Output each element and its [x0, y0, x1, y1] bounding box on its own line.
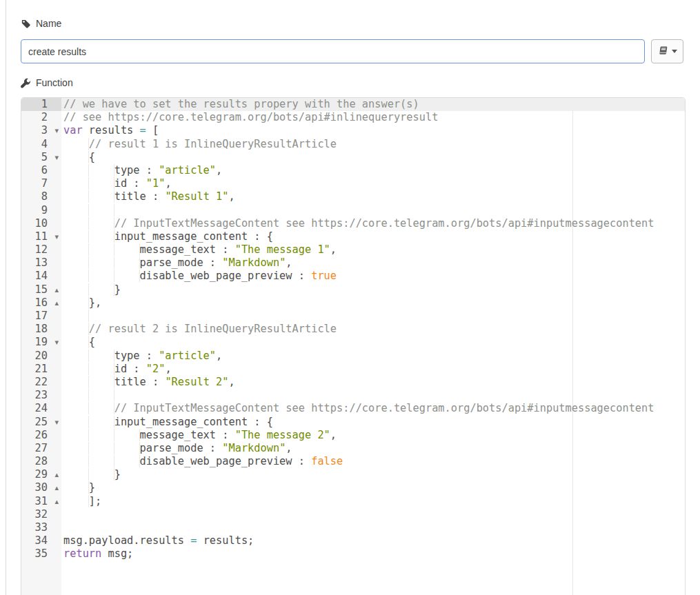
code-token: , [228, 190, 234, 203]
gutter-cell: 35 [21, 547, 61, 561]
fold-widget-open-icon[interactable]: ▾ [54, 151, 59, 164]
code-token: "2" [146, 363, 166, 375]
fold-widget-end-icon[interactable]: ▴ [54, 283, 59, 296]
indent-guides [63, 296, 89, 309]
fold-widget-end-icon[interactable]: ▴ [54, 481, 59, 494]
code-token: disable_web_page_preview : [140, 455, 312, 467]
line-number: 34 [21, 534, 61, 547]
code-token: "article" [159, 350, 216, 362]
code-token: "Result 1" [165, 190, 228, 203]
gutter-cell: 29▴ [21, 468, 61, 481]
code-line: } [61, 283, 685, 296]
gutter-cell: 3▾ [21, 124, 61, 137]
gutter-cell: 5▾ [21, 151, 61, 164]
library-button[interactable] [651, 39, 683, 63]
indent-guides [63, 416, 114, 428]
gutter-cell: 8 [21, 190, 61, 203]
code-token: results; [197, 534, 254, 547]
line-number: 18 [21, 323, 61, 336]
gutter-cell: 6 [21, 164, 61, 177]
indent-guides [63, 217, 114, 230]
fold-widget-end-icon[interactable]: ▴ [54, 296, 59, 310]
code-line: }, [61, 296, 685, 310]
code-line: disable_web_page_preview : true [61, 270, 685, 283]
code-line: // we have to set the results propery wi… [61, 98, 685, 111]
line-number: 7 [21, 177, 61, 190]
code-token: , [216, 164, 222, 177]
code-line: parse_mode : "Markdown", [61, 256, 685, 270]
wrench-icon [21, 78, 31, 88]
indent-guides [63, 376, 114, 388]
code-line: // result 1 is InlineQueryResultArticle [61, 138, 685, 151]
line-number: 21 [21, 363, 61, 376]
name-label-text: Name [36, 18, 61, 29]
fold-widget-end-icon[interactable]: ▴ [54, 495, 59, 508]
code-line: // InputTextMessageContent see https://c… [61, 217, 685, 230]
fold-widget-open-icon[interactable]: ▾ [54, 124, 59, 137]
line-number: 22 [21, 376, 61, 389]
code-token: } [89, 481, 95, 494]
code-token: results [83, 124, 140, 137]
line-number: 13 [21, 256, 61, 270]
code-token: type : [114, 164, 159, 177]
code-token: parse_mode : [140, 442, 223, 454]
indent-guides [63, 138, 89, 150]
editor-text-area[interactable]: // we have to set the results propery wi… [61, 98, 685, 595]
indent-guides [63, 310, 89, 322]
code-line: { [61, 151, 685, 164]
code-token: msg; [101, 547, 133, 560]
code-token: type : [114, 350, 159, 362]
code-editor[interactable]: 123▾45▾67891011▾12131415▴16▴171819▾20212… [21, 97, 686, 595]
code-token: id : [114, 363, 146, 375]
fold-widget-end-icon[interactable]: ▴ [54, 468, 59, 481]
code-line: title : "Result 2", [61, 376, 685, 389]
gutter-cell: 2 [21, 111, 61, 124]
line-number: 6 [21, 164, 61, 177]
gutter-cell: 27 [21, 442, 61, 455]
line-number: 1 [21, 98, 61, 111]
gutter-cell: 21 [21, 363, 61, 376]
line-number: 9 [21, 204, 61, 217]
fold-widget-open-icon[interactable]: ▾ [54, 416, 59, 429]
line-number: 17 [21, 310, 61, 323]
code-token: "Markdown" [222, 256, 286, 269]
tag-icon [21, 19, 31, 29]
line-number: 23 [21, 389, 61, 402]
code-token: // result 2 is InlineQueryResultArticle [89, 323, 337, 335]
caret-down-icon [672, 50, 677, 53]
code-token: message_text : [140, 243, 235, 256]
code-token: { [89, 336, 95, 348]
code-token: title : [114, 376, 166, 388]
gutter-cell: 20 [21, 350, 61, 363]
indent-guides [63, 429, 140, 441]
gutter-cell: 24 [21, 402, 61, 415]
function-node-edit-panel: Name Function 123▾45▾67891011▾12131415▴1… [0, 0, 700, 595]
code-line: id : "2", [61, 363, 685, 376]
gutter-cell: 32 [21, 508, 61, 521]
line-number: 2 [21, 111, 61, 124]
code-line: message_text : "The message 2", [61, 429, 685, 442]
code-token: return [63, 547, 101, 560]
line-number: 12 [21, 243, 61, 256]
gutter-cell: 18 [21, 323, 61, 336]
code-line: parse_mode : "Markdown", [61, 442, 685, 455]
code-token: { [89, 151, 95, 163]
gutter-cell: 15▴ [21, 283, 61, 296]
gutter-cell: 7 [21, 177, 61, 190]
name-input[interactable] [21, 39, 645, 63]
fold-widget-open-icon[interactable]: ▾ [54, 336, 59, 349]
indent-guides [63, 442, 140, 454]
indent-guides [63, 363, 114, 375]
code-line: input_message_content : { [61, 416, 685, 429]
code-token: disable_web_page_preview : [140, 270, 312, 282]
line-number: 26 [21, 429, 61, 442]
code-token: , [286, 256, 292, 269]
code-token: parse_mode : [140, 256, 223, 269]
code-token: "The message 2" [235, 429, 330, 441]
line-number: 35 [21, 547, 61, 561]
fold-widget-open-icon[interactable]: ▾ [54, 230, 59, 243]
code-token: , [286, 442, 292, 454]
name-label: Name [21, 18, 61, 29]
gutter-cell: 17 [21, 310, 61, 323]
gutter-cell: 4 [21, 138, 61, 151]
